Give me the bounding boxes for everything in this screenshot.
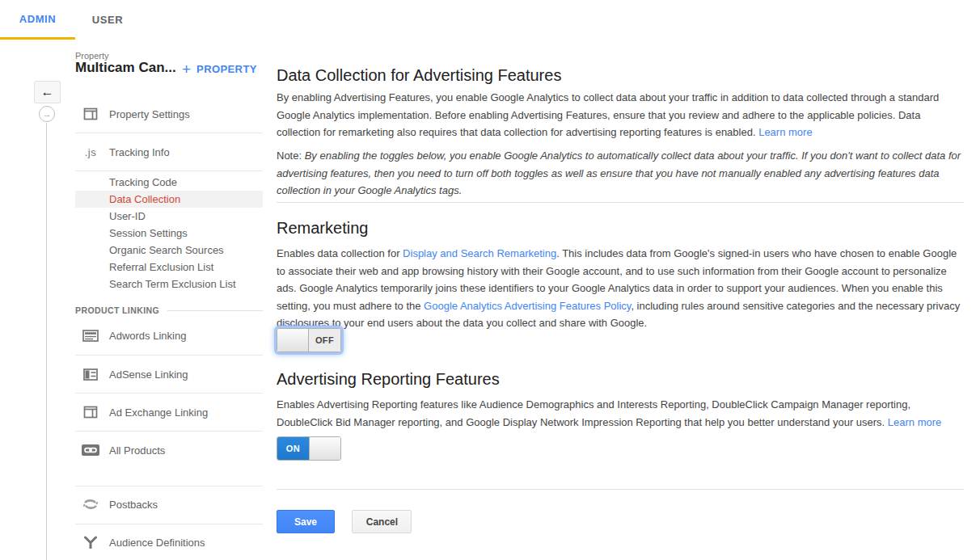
link-icon [81,444,100,457]
sidebar-item-postbacks[interactable]: Postbacks [75,495,263,513]
newspaper-icon [81,330,100,342]
sidebar-divider [75,171,263,171]
sidebar-item-tracking-info[interactable]: .js Tracking Info [75,143,263,161]
sidebar-divider [75,524,263,524]
sidebar-item-label: Ad Exchange Linking [109,406,208,419]
footer-divider [277,489,964,490]
sidebar-item-label: Audience Definitions [109,537,205,549]
toggle-state-label: OFF [309,329,340,352]
right-arrow-icon: → [43,109,52,119]
sidebar-item-label: Property Settings [109,108,190,120]
sidebar-item-label: AdSense Linking [109,368,188,381]
sidebar-item-label: Tracking Info [109,146,170,158]
sidebar-item-ad-exchange-linking[interactable]: Ad Exchange Linking [75,403,263,421]
display-search-remarketing-link[interactable]: Display and Search Remarketing [403,247,556,259]
advertising-reporting-toggle[interactable]: ON [277,436,341,461]
sidebar-subitem-organic-search-sources[interactable]: Organic Search Sources [75,242,263,259]
remarketing-toggle[interactable]: OFF [277,328,341,352]
tab-admin[interactable]: ADMIN [0,0,75,40]
sidebar-item-adsense-linking[interactable]: AdSense Linking [75,365,263,383]
action-buttons: Save Cancel [277,510,964,533]
property-name[interactable]: Multicam Can... [75,60,176,76]
sidebar-divider [75,393,263,394]
sidebar-subitem-referral-exclusion-list[interactable]: Referral Exclusion List [75,259,263,276]
intro-text: By enabling Advertising Features, you en… [277,91,939,138]
remarketing-paragraph: Enables data collection for Display and … [277,245,964,332]
note-text: By enabling the toggles below, you enabl… [277,149,961,196]
sidebar-item-label: All Products [109,444,165,457]
sidebar-item-adwords-linking[interactable]: Adwords Linking [75,326,263,344]
arf-learn-more-link[interactable]: Learn more [888,416,941,428]
sidebar-item-label: Postbacks [109,499,158,511]
list-grid-icon [81,368,100,381]
expand-rail-button[interactable]: → [39,106,55,122]
page: ADMIN USER ← → Property Multicam Can... … [0,0,980,560]
product-linking-header: PRODUCT LINKING [75,305,263,315]
remarketing-text-1: Enables data collection for [277,247,403,259]
sidebar-item-property-settings[interactable]: Property Settings [75,105,263,123]
top-tab-bar: ADMIN USER [0,0,980,40]
sidebar-subitem-search-term-exclusion-list[interactable]: Search Term Exclusion List [75,276,263,293]
tracking-info-sublist: Tracking Code Data Collection User-ID Se… [75,174,263,293]
back-button[interactable]: ← [34,81,61,103]
note-prefix: Note: [277,149,305,162]
swap-arrows-icon [81,498,100,511]
save-button[interactable]: Save [277,510,335,533]
advertising-reporting-paragraph: Enables Advertising Reporting features l… [277,396,964,431]
sidebar-item-label: Adwords Linking [109,330,186,342]
advertising-reporting-title: Advertising Reporting Features [277,370,964,389]
sidebar-subitem-session-settings[interactable]: Session Settings [75,225,263,242]
sidebar-item-all-products[interactable]: All Products [75,441,263,459]
back-arrow-icon: ← [41,85,54,99]
branch-icon [81,536,100,549]
page-title: Data Collection for Advertising Features [277,66,964,85]
toggle-knob [277,329,309,352]
layout-icon [81,107,100,120]
toggle-state-label: ON [277,437,309,460]
layout-icon [81,406,100,419]
sidebar-subitem-user-id[interactable]: User-ID [75,208,263,225]
intro-learn-more-link[interactable]: Learn more [758,126,812,138]
plus-icon: + [182,61,191,77]
sidebar-item-audience-definitions[interactable]: Audience Definitions [75,533,263,551]
sidebar-divider [75,133,263,133]
section-divider [277,202,964,203]
sidebar-subitem-data-collection[interactable]: Data Collection [75,191,263,208]
advertising-features-policy-link[interactable]: Google Analytics Advertising Features Po… [424,300,631,312]
tab-user[interactable]: USER [75,0,140,40]
toggle-knob [309,437,340,460]
sidebar-divider [75,355,263,356]
intro-paragraph: By enabling Advertising Features, you en… [277,89,964,141]
note-paragraph: Note: By enabling the toggles below, you… [277,147,964,200]
sidebar-divider [75,431,263,432]
add-property-button[interactable]: + PROPERTY [182,61,257,77]
arf-text: Enables Advertising Reporting features l… [277,398,910,428]
rail-divider [46,123,47,560]
cancel-button[interactable]: Cancel [352,510,412,533]
sidebar-subitem-tracking-code[interactable]: Tracking Code [75,174,263,191]
add-property-label: PROPERTY [196,63,257,75]
js-icon: .js [81,146,100,158]
sidebar-divider [75,486,263,486]
remarketing-title: Remarketing [277,219,964,238]
